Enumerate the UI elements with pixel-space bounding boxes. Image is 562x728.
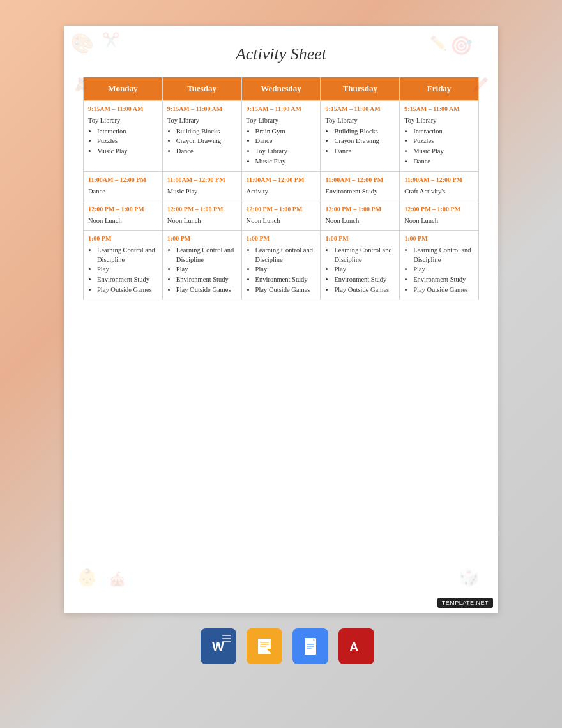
wednesday-block2: 11:00AM – 12:00 PM Activity — [241, 172, 321, 201]
table-row-block2: 11:00AM – 12:00 PM Dance 11:00AM – 12:00… — [84, 172, 479, 201]
col-wednesday: Wednesday — [241, 77, 321, 101]
time-thursday-2: 11:00AM – 12:00 PM — [325, 176, 395, 185]
list-item: Toy Library — [255, 147, 316, 156]
svg-rect-12 — [307, 648, 312, 649]
section-tuesday-1: Toy Library — [167, 116, 237, 126]
list-item: Play — [334, 265, 395, 275]
deco-top-left: 🎨 — [70, 32, 94, 54]
list-item: Dance — [176, 147, 237, 156]
list-item: Play — [97, 265, 158, 275]
time-thursday-3: 12:00 PM – 1:00 PM — [325, 205, 395, 214]
word-icon[interactable]: W — [201, 628, 236, 664]
friday-block2: 11:00AM – 12:00 PM Craft Activity's — [400, 172, 479, 201]
pages-icon[interactable] — [247, 628, 282, 664]
time-tuesday-3: 12:00 PM – 1:00 PM — [167, 205, 237, 214]
activity-monday-3: Noon Lunch — [88, 216, 158, 226]
tuesday-block1: 9:15AM – 11:00 AM Toy Library Building B… — [162, 101, 241, 172]
activity-wednesday-3: Noon Lunch — [247, 216, 316, 226]
list-item: Learning Control and Discipline — [176, 246, 237, 264]
list-item: Play — [413, 265, 474, 275]
list-item: Interaction — [97, 127, 158, 137]
time-tuesday-2: 11:00AM – 12:00 PM — [167, 176, 237, 185]
svg-rect-11 — [307, 646, 314, 647]
list-item: Music Play — [255, 157, 316, 167]
table-row-block4: 1:00 PM Learning Control and Discipline … — [84, 230, 479, 300]
tuesday-block4: 1:00 PM Learning Control and Discipline … — [162, 230, 241, 300]
schedule-table: Monday Tuesday Wednesday Thursday Friday… — [83, 77, 479, 300]
list-item: Crayon Drawing — [176, 137, 237, 146]
list-item: Puzzles — [413, 137, 474, 146]
list-item: Play Outside Games — [413, 285, 474, 295]
google-docs-icon[interactable] — [292, 628, 328, 664]
list-item: Building Blocks — [334, 127, 395, 137]
time-monday-1: 9:15AM – 11:00 AM — [88, 105, 158, 114]
svg-rect-6 — [260, 646, 266, 647]
time-wednesday-1: 9:15AM – 11:00 AM — [247, 105, 316, 114]
table-row-block1: 9:15AM – 11:00 AM Toy Library Interactio… — [84, 101, 479, 172]
svg-rect-4 — [260, 642, 269, 643]
list-tuesday-4: Learning Control and Discipline Play Env… — [167, 246, 237, 294]
tuesday-block2: 11:00AM – 12:00 PM Music Play — [162, 172, 241, 201]
page-title: Activity Sheet — [83, 45, 479, 64]
friday-block4: 1:00 PM Learning Control and Discipline … — [400, 230, 479, 300]
time-monday-2: 11:00AM – 12:00 PM — [88, 176, 158, 185]
list-tuesday-1: Building Blocks Crayon Drawing Dance — [167, 127, 237, 156]
list-item: Learning Control and Discipline — [413, 246, 474, 264]
template-badge: TEMPLATE.NET — [437, 598, 493, 608]
list-item: Play — [255, 265, 316, 275]
activity-friday-3: Noon Lunch — [404, 216, 474, 226]
thursday-block3: 12:00 PM – 1:00 PM Noon Lunch — [321, 201, 400, 231]
deco-bottom-left: 👶 — [77, 568, 97, 588]
word-lines-decoration — [222, 635, 231, 642]
deco-bottom-right: 🎲 — [459, 568, 479, 588]
time-wednesday-4: 1:00 PM — [247, 234, 316, 243]
list-monday-4: Learning Control and Discipline Play Env… — [88, 246, 158, 294]
wednesday-block3: 12:00 PM – 1:00 PM Noon Lunch — [241, 201, 321, 231]
list-item: Crayon Drawing — [334, 137, 395, 146]
activity-friday-2: Craft Activity's — [404, 187, 474, 197]
friday-block1: 9:15AM – 11:00 AM Toy Library Interactio… — [400, 101, 479, 172]
acrobat-icon[interactable]: A — [338, 628, 374, 664]
wednesday-block1: 9:15AM – 11:00 AM Toy Library Brain Gym … — [241, 101, 321, 172]
list-item: Play Outside Games — [334, 285, 395, 295]
list-friday-4: Learning Control and Discipline Play Env… — [404, 246, 474, 294]
list-item: Dance — [334, 147, 395, 156]
list-monday-1: Interaction Puzzles Music Play — [88, 127, 158, 156]
section-thursday-1: Toy Library — [325, 116, 395, 126]
list-item: Interaction — [413, 127, 474, 137]
activity-tuesday-2: Music Play — [167, 187, 237, 197]
thursday-block1: 9:15AM – 11:00 AM Toy Library Building B… — [321, 101, 400, 172]
deco-mid-right: 🖍️ — [473, 77, 489, 92]
time-monday-4: 1:00 PM — [88, 234, 158, 243]
list-item: Learning Control and Discipline — [255, 246, 316, 264]
list-item: Play Outside Games — [176, 285, 237, 295]
list-item: Music Play — [97, 147, 158, 156]
list-item: Dance — [413, 157, 474, 167]
list-thursday-4: Learning Control and Discipline Play Env… — [325, 246, 395, 294]
svg-rect-5 — [260, 644, 269, 645]
section-wednesday-1: Toy Library — [247, 116, 316, 126]
time-friday-3: 12:00 PM – 1:00 PM — [404, 205, 474, 214]
time-thursday-4: 1:00 PM — [325, 234, 395, 243]
footer-app-icons: W A — [188, 628, 374, 664]
time-tuesday-4: 1:00 PM — [167, 234, 237, 243]
wednesday-block4: 1:00 PM Learning Control and Discipline … — [241, 230, 321, 300]
time-wednesday-2: 11:00AM – 12:00 PM — [247, 176, 316, 185]
activity-tuesday-3: Noon Lunch — [167, 216, 237, 226]
time-friday-1: 9:15AM – 11:00 AM — [404, 105, 474, 114]
list-item: Play — [176, 265, 237, 275]
deco-bottom-left2: 🎪 — [109, 571, 126, 588]
monday-block4: 1:00 PM Learning Control and Discipline … — [84, 230, 163, 300]
svg-rect-10 — [307, 644, 314, 645]
list-item: Environment Study — [255, 275, 316, 285]
list-item: Brain Gym — [255, 127, 316, 137]
list-item: Dance — [255, 137, 316, 146]
time-thursday-1: 9:15AM – 11:00 AM — [325, 105, 395, 114]
deco-mid-left: 🧸 — [73, 77, 89, 92]
list-thursday-1: Building Blocks Crayon Drawing Dance — [325, 127, 395, 156]
activity-thursday-2: Environment Study — [325, 187, 395, 197]
col-thursday: Thursday — [321, 77, 400, 101]
time-monday-3: 12:00 PM – 1:00 PM — [88, 205, 158, 214]
list-wednesday-4: Learning Control and Discipline Play Env… — [247, 246, 316, 294]
table-row-block3: 12:00 PM – 1:00 PM Noon Lunch 12:00 PM –… — [84, 201, 479, 231]
